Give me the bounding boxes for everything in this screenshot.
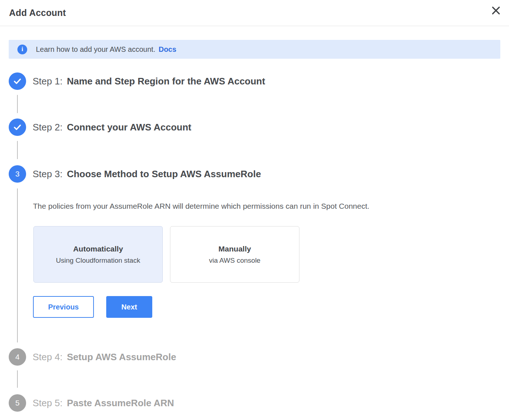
step-4-circle: 4 [9, 348, 26, 366]
docs-link[interactable]: Docs [158, 45, 176, 54]
step-1-prefix: Step 1: [33, 76, 62, 87]
connector-4-5 [17, 370, 18, 388]
method-manually-subtitle: via AWS console [209, 257, 261, 265]
step-3-label: Step 3:Choose Method to Setup AWS Assume… [33, 169, 261, 180]
step-3-number: 3 [15, 170, 20, 178]
add-account-modal: Add Account i Learn how to add your AWS … [0, 0, 509, 420]
method-automatically-title: Automatically [73, 245, 123, 253]
step-4-label: Step 4:Setup AWS AssumeRole [33, 352, 176, 363]
step-1-label: Step 1:Name and Step Region for the AWS … [33, 76, 265, 87]
step-2-title: Connect your AWS Account [67, 122, 191, 133]
step-row-2: Step 2:Connect your AWS Account [9, 118, 191, 136]
connector-3-4 [17, 188, 18, 342]
method-automatically-subtitle: Using Cloudformation stack [56, 257, 140, 265]
step-3-prefix: Step 3: [33, 169, 62, 179]
step-4-title: Setup AWS AssumeRole [67, 352, 176, 362]
step-5-number: 5 [15, 399, 20, 407]
step-2-label: Step 2:Connect your AWS Account [33, 122, 191, 133]
step-3-description: The policies from your AssumeRole ARN wi… [33, 202, 369, 211]
step-1-title: Name and Step Region for the AWS Account [67, 76, 265, 87]
next-button[interactable]: Next [106, 296, 152, 318]
step-5-circle: 5 [9, 394, 26, 412]
previous-button[interactable]: Previous [33, 296, 94, 318]
info-banner: i Learn how to add your AWS account. Doc… [9, 40, 500, 59]
step-row-1: Step 1:Name and Step Region for the AWS … [9, 72, 265, 90]
info-icon: i [17, 45, 27, 54]
step-5-label: Step 5:Paste AssumeRole ARN [33, 398, 174, 409]
step-4-prefix: Step 4: [33, 352, 62, 362]
banner-text: Learn how to add your AWS account. [36, 45, 155, 54]
method-card-manually[interactable]: Manually via AWS console [170, 226, 299, 283]
connector-2-3 [17, 141, 18, 159]
step-1-check-icon [9, 72, 26, 90]
close-button[interactable] [488, 3, 504, 19]
method-card-automatically[interactable]: Automatically Using Cloudformation stack [33, 226, 163, 283]
step-4-number: 4 [15, 353, 20, 361]
step-3-title: Choose Method to Setup AWS AssumeRole [67, 169, 261, 179]
step-5-title: Paste AssumeRole ARN [67, 398, 174, 408]
step-row-5: 5 Step 5:Paste AssumeRole ARN [9, 394, 174, 412]
step-2-prefix: Step 2: [33, 122, 62, 133]
step-5-prefix: Step 5: [33, 398, 62, 408]
connector-1-2 [17, 95, 18, 113]
step-row-4: 4 Step 4:Setup AWS AssumeRole [9, 348, 176, 366]
close-icon [491, 6, 501, 16]
step-2-check-icon [9, 118, 26, 136]
modal-title: Add Account [9, 8, 66, 18]
step-3-circle: 3 [9, 165, 26, 183]
step-row-3: 3 Step 3:Choose Method to Setup AWS Assu… [9, 165, 261, 183]
modal-header: Add Account [0, 0, 509, 26]
method-manually-title: Manually [219, 245, 251, 253]
